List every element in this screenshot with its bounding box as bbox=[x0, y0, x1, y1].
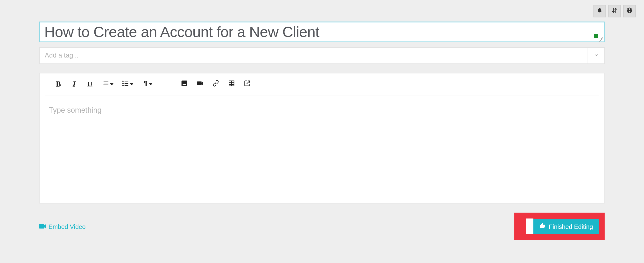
ordered-list-icon bbox=[102, 80, 110, 89]
insert-table-button[interactable] bbox=[224, 78, 238, 91]
finished-editing-highlight: Finished Editing bbox=[514, 213, 604, 240]
insert-video-button[interactable] bbox=[193, 78, 207, 91]
paragraph-icon bbox=[141, 80, 148, 89]
highlight-spacer bbox=[526, 218, 534, 234]
resize-handle-icon[interactable] bbox=[598, 36, 603, 41]
footer-row: Embed Video Finished Editing bbox=[39, 213, 605, 240]
underline-button[interactable]: U bbox=[83, 78, 97, 91]
unordered-list-button[interactable] bbox=[118, 78, 136, 91]
chevron-down-icon bbox=[594, 52, 598, 59]
open-external-button[interactable] bbox=[240, 78, 254, 91]
image-icon bbox=[180, 80, 188, 89]
unordered-list-icon bbox=[122, 80, 129, 89]
sort-button[interactable] bbox=[608, 5, 620, 18]
video-icon bbox=[196, 80, 204, 89]
bell-icon bbox=[596, 7, 603, 15]
editor-content-area[interactable]: Type something bbox=[40, 95, 604, 203]
paragraph-format-button[interactable] bbox=[138, 78, 155, 91]
svg-point-0 bbox=[122, 81, 124, 82]
caret-down-icon bbox=[149, 83, 152, 85]
svg-point-1 bbox=[122, 83, 124, 84]
globe-icon bbox=[626, 7, 633, 15]
editor-toolbar: B I U bbox=[45, 74, 599, 96]
video-icon bbox=[39, 223, 46, 230]
table-icon bbox=[228, 80, 235, 89]
rich-text-editor: B I U bbox=[39, 73, 605, 203]
top-icon-bar bbox=[0, 0, 644, 18]
bold-icon: B bbox=[56, 80, 61, 89]
link-icon bbox=[212, 80, 220, 89]
title-input[interactable] bbox=[44, 23, 600, 41]
finished-editing-label: Finished Editing bbox=[549, 223, 593, 230]
thumbs-up-icon bbox=[539, 223, 546, 230]
external-link-icon bbox=[244, 80, 251, 89]
svg-point-2 bbox=[122, 85, 124, 86]
embed-video-link[interactable]: Embed Video bbox=[39, 223, 86, 230]
tag-dropdown-toggle[interactable] bbox=[588, 47, 605, 64]
caret-down-icon bbox=[130, 83, 134, 85]
title-field-wrap bbox=[39, 22, 605, 42]
italic-icon: I bbox=[73, 80, 76, 89]
insert-image-button[interactable] bbox=[177, 78, 191, 91]
tag-field-wrap bbox=[39, 47, 605, 64]
finished-editing-button[interactable]: Finished Editing bbox=[534, 219, 599, 234]
spellcheck-indicator-icon bbox=[594, 34, 598, 38]
italic-button[interactable]: I bbox=[67, 78, 81, 91]
ordered-list-button[interactable] bbox=[98, 78, 117, 91]
sort-icon bbox=[611, 7, 618, 15]
underline-icon: U bbox=[88, 80, 92, 88]
caret-down-icon bbox=[110, 83, 114, 85]
tag-input[interactable] bbox=[39, 47, 588, 64]
embed-video-label: Embed Video bbox=[48, 223, 86, 230]
insert-link-button[interactable] bbox=[209, 78, 223, 91]
bold-button[interactable]: B bbox=[52, 78, 66, 91]
globe-button[interactable] bbox=[623, 5, 636, 18]
notifications-button[interactable] bbox=[594, 5, 606, 18]
